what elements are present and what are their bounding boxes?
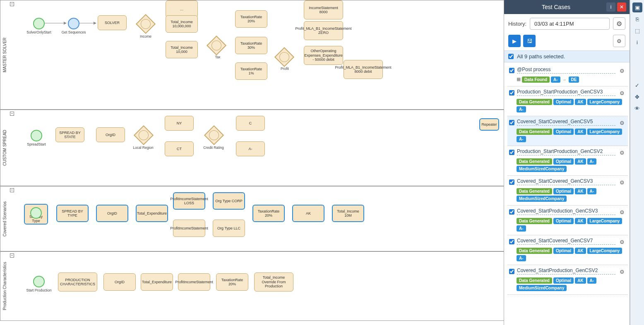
rail-eye-icon[interactable]: 👁: [632, 103, 642, 113]
task-ti10m[interactable]: Total_Income 10,000,000: [166, 15, 198, 33]
task-tio[interactable]: Total_Income Override From Production: [254, 272, 293, 292]
test-case-item[interactable]: Covered_StartProduction_GenCSV3⚙Data Gen…: [507, 206, 628, 235]
history-value[interactable]: 03/03 at 4:11PM: [530, 18, 610, 30]
task-tr20[interactable]: TaxationRate 20%: [252, 205, 285, 222]
task-ct[interactable]: CT: [165, 141, 194, 156]
start-event[interactable]: [33, 18, 45, 29]
test-case-gear-icon[interactable]: ⚙: [618, 148, 626, 157]
rail-terminal-icon[interactable]: ⎘: [632, 14, 642, 24]
rail-panel-toggle[interactable]: ▣: [632, 2, 642, 12]
test-case-item[interactable]: Production_StartProduction_GenCSV3⚙Data …: [507, 86, 628, 116]
task-pmla2[interactable]: Profit_MLA_B1_IncomeStatement 8000 debit: [344, 60, 383, 79]
diagram-canvas[interactable]: MASTER SOLVER − SolverOnlyStart Get Sequ…: [0, 0, 504, 325]
task-exp[interactable]: Total_Expenditure: [141, 273, 173, 291]
collapse-toggle[interactable]: −: [10, 188, 14, 192]
test-case-item[interactable]: @Post process⚙▦Data FoundA-→DE: [507, 64, 628, 86]
test-case-gear-icon[interactable]: ⚙: [618, 268, 626, 276]
task-am[interactable]: A-: [236, 141, 265, 156]
table-icon: ▦: [517, 76, 521, 83]
history-label: History:: [508, 21, 526, 27]
task-spread[interactable]: SPREAD BY TYPE: [56, 205, 89, 222]
info-button[interactable]: i: [606, 2, 615, 12]
ev-label: Start Production: [22, 288, 55, 292]
tag: AK: [575, 218, 586, 224]
task-solver[interactable]: SOLVER: [98, 15, 127, 30]
task-exp[interactable]: Total_Expenditure: [136, 205, 168, 222]
test-case-gear-icon[interactable]: ⚙: [618, 67, 626, 75]
task-tr20[interactable]: TaxationRate 20%: [216, 273, 248, 291]
test-case-item[interactable]: Covered_StartCovered_GenCSV7⚙Data Genera…: [507, 235, 628, 265]
task-org[interactable]: OrgID: [96, 205, 128, 222]
swimlane-label: CUSTOM SPREAD: [0, 110, 9, 186]
play-button[interactable]: ▶: [508, 35, 521, 47]
task-ak[interactable]: AK: [292, 205, 324, 222]
save-button[interactable]: 🖫: [523, 35, 536, 47]
task-org[interactable]: OrgID: [103, 273, 136, 291]
test-case-item[interactable]: Production_StartProduction_GenCSV2⚙Data …: [507, 146, 628, 176]
task-ti10k[interactable]: Total_Income 10,000: [166, 41, 198, 58]
task-corp[interactable]: Org Type CORP: [213, 192, 245, 210]
task-ny[interactable]: NY: [165, 116, 194, 131]
tag: MediumSizedCompany: [517, 166, 567, 172]
test-case-checkbox[interactable]: [509, 209, 514, 215]
test-case-item[interactable]: Covered_StartCovered_GenCSV3⚙Data Genera…: [507, 176, 628, 206]
test-case-checkbox[interactable]: [509, 239, 514, 244]
task-pc[interactable]: PRODUCTION CHARACTERISTICS: [58, 272, 97, 292]
task-c[interactable]: C: [236, 116, 265, 131]
gateway-profit[interactable]: [274, 47, 294, 67]
rail-link-icon[interactable]: ⬚: [632, 26, 642, 36]
task-other[interactable]: OtherOperating Expenses_Expenditure - 50…: [304, 46, 343, 65]
start-event[interactable]: [30, 207, 42, 219]
test-case-gear-icon[interactable]: ⚙: [618, 238, 626, 246]
test-case-gear-icon[interactable]: ⚙: [618, 208, 626, 216]
tag: Optimal: [553, 188, 574, 194]
rail-info-icon[interactable]: i: [632, 37, 642, 47]
task-tr1[interactable]: TaxationRate 1%: [235, 62, 267, 80]
tag: MediumSizedCompany: [517, 196, 567, 202]
task-pis[interactable]: ProfitIncomeStatement: [173, 220, 205, 237]
task-tr20[interactable]: TaxationRate 20%: [235, 10, 267, 28]
task-ti10m[interactable]: Total_Income 10M: [332, 205, 364, 222]
task-spread[interactable]: SPREAD BY STATE: [55, 127, 84, 142]
test-case-item[interactable]: Covered_StartCovered_GenCSV5⚙Data Genera…: [507, 116, 628, 146]
test-case-checkbox[interactable]: [509, 90, 514, 96]
gateway-credit[interactable]: [204, 125, 224, 145]
start-event[interactable]: [31, 130, 42, 141]
task-org[interactable]: OrgID: [96, 127, 125, 142]
gateway-income[interactable]: [136, 14, 156, 34]
test-case-gear-icon[interactable]: ⚙: [618, 119, 626, 127]
gateway-tax[interactable]: [207, 36, 226, 55]
test-case-list[interactable]: @Post process⚙▦Data FoundA-→DEProduction…: [504, 62, 630, 325]
task-incstmt[interactable]: IncomeStatement 8000: [304, 0, 343, 19]
test-case-checkbox[interactable]: [509, 179, 514, 185]
test-case-checkbox[interactable]: [509, 120, 514, 125]
task-repeater[interactable]: Repeater: [479, 118, 499, 131]
tag: A-: [587, 277, 597, 284]
tag: Data Found: [522, 76, 550, 83]
gateway-local[interactable]: [134, 125, 154, 145]
collapse-toggle[interactable]: −: [10, 112, 14, 116]
test-case-tags: Data GeneratedOptimalAKA-MediumSizedComp…: [517, 158, 626, 172]
collapse-toggle[interactable]: −: [10, 253, 14, 258]
select-all-checkbox[interactable]: [508, 54, 514, 59]
task-pils[interactable]: ProfitIncomeStatement LOSS: [173, 192, 205, 210]
history-settings-button[interactable]: ⚙: [613, 17, 625, 30]
test-case-item[interactable]: Covered_StartProduction_GenCSV2⚙Data Gen…: [507, 265, 628, 295]
task-pmla[interactable]: Profit_MLA_B1_IncomeStatement ZERO: [304, 21, 343, 40]
task-llc[interactable]: Org Type LLC: [213, 220, 245, 237]
test-case-gear-icon[interactable]: ⚙: [618, 178, 626, 186]
test-case-checkbox[interactable]: [509, 150, 514, 155]
rail-check-icon[interactable]: ✓: [632, 80, 642, 90]
task-tr30[interactable]: TaxationRate 30%: [235, 37, 267, 54]
collapse-toggle[interactable]: −: [10, 2, 14, 6]
test-case-checkbox[interactable]: [509, 68, 514, 73]
start-event[interactable]: [33, 276, 45, 287]
task-pis[interactable]: ProfitIncomeStatement: [178, 273, 210, 291]
test-case-checkbox[interactable]: [509, 269, 514, 274]
rail-move-icon[interactable]: ✥: [632, 92, 642, 102]
test-case-gear-icon[interactable]: ⚙: [618, 89, 626, 97]
close-button[interactable]: ✕: [617, 2, 626, 12]
settings-button[interactable]: ⚙: [613, 35, 625, 47]
intermediate-event[interactable]: [68, 18, 79, 29]
select-all-row[interactable]: All 9 paths selected.: [504, 50, 630, 62]
